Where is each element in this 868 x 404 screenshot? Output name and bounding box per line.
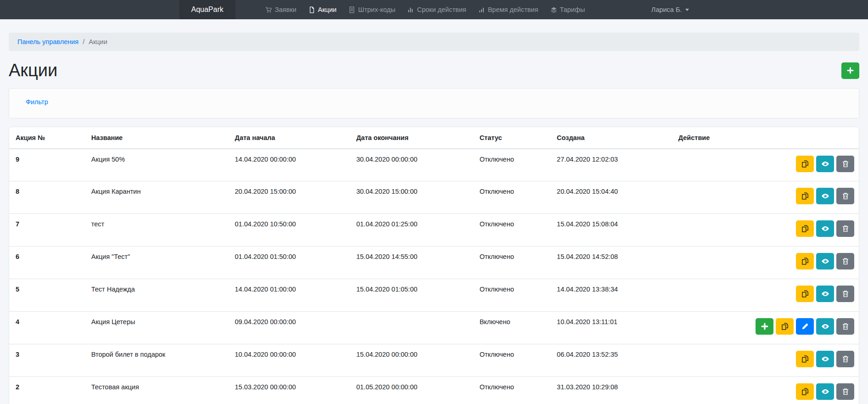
delete-button[interactable] <box>836 253 854 269</box>
top-navbar: AquaPark ЗаявкиАкцииШтрих-кодыСроки дейс… <box>0 0 868 19</box>
cell-number: 2 <box>9 377 85 404</box>
file-icon <box>308 6 315 13</box>
copy-button[interactable] <box>796 351 814 367</box>
cell-created: 15.04.2020 14:52:08 <box>550 247 672 279</box>
edit-button[interactable] <box>796 318 814 335</box>
table-row: 5Тест Надежда14.04.2020 01:00:0015.04.20… <box>9 279 859 312</box>
trash-icon <box>841 290 850 298</box>
table-row: 9Акция 50%14.04.2020 00:00:0030.04.2020 … <box>9 149 859 181</box>
cell-name: Акция "Тест" <box>85 247 229 279</box>
brand-logo[interactable]: AquaPark <box>179 0 235 19</box>
copy-button[interactable] <box>776 318 794 335</box>
cell-created: 14.04.2020 13:38:34 <box>550 279 672 312</box>
cell-created: 10.04.2020 13:11:01 <box>550 312 672 344</box>
nav-item-shtrih-kody[interactable]: Штрих-коды <box>342 0 401 19</box>
column-header: Дата окончания <box>350 127 473 149</box>
cell-status: Отключено <box>473 247 550 279</box>
table-row: 6Акция "Тест"01.04.2020 01:50:0015.04.20… <box>9 247 859 279</box>
cell-created: 27.04.2020 12:02:03 <box>550 149 672 181</box>
view-button[interactable] <box>816 318 834 335</box>
copy-button[interactable] <box>796 220 814 237</box>
view-button[interactable] <box>816 286 834 302</box>
copy-button[interactable] <box>796 188 814 204</box>
cell-end <box>350 312 473 344</box>
copy-button[interactable] <box>796 156 814 172</box>
signal-bars-icon <box>478 6 485 13</box>
nav-item-label: Акции <box>318 6 337 13</box>
delete-button[interactable] <box>836 318 854 335</box>
delete-button[interactable] <box>836 286 854 302</box>
caret-down-icon <box>685 9 689 11</box>
cell-name: тест <box>85 214 229 247</box>
cart-icon <box>265 6 272 13</box>
cell-actions <box>672 312 859 344</box>
cell-number: 3 <box>9 344 85 377</box>
user-name: Лариса Б. <box>651 6 682 13</box>
plus-icon <box>761 322 769 331</box>
column-header: Дата начала <box>229 127 350 149</box>
column-header: Создана <box>550 127 672 149</box>
nav-item-label: Время действия <box>488 6 538 13</box>
promotions-table-card: Акция №НазваниеДата началаДата окончания… <box>9 127 859 404</box>
column-header: Статус <box>473 127 550 149</box>
copy-button[interactable] <box>796 383 814 400</box>
eye-icon <box>821 387 829 396</box>
table-header-row: Акция №НазваниеДата началаДата окончания… <box>9 127 859 149</box>
page-title: Акции <box>9 61 57 80</box>
add-promotion-button[interactable] <box>841 62 859 79</box>
cell-status: Отключено <box>473 377 550 404</box>
copy-button[interactable] <box>796 286 814 302</box>
cell-actions <box>672 279 859 312</box>
trash-icon <box>841 224 850 233</box>
cell-number: 6 <box>9 247 85 279</box>
user-menu[interactable]: Лариса Б. <box>651 0 689 19</box>
eye-icon <box>821 257 829 265</box>
promotions-table-body: 9Акция 50%14.04.2020 00:00:0030.04.2020 … <box>9 149 859 404</box>
delete-button[interactable] <box>836 383 854 400</box>
pencil-icon <box>801 322 809 331</box>
eye-icon <box>821 224 829 233</box>
delete-button[interactable] <box>836 351 854 367</box>
nav-item-label: Тарифы <box>560 6 585 13</box>
view-button[interactable] <box>816 253 834 269</box>
nav-item-tarify[interactable]: Тарифы <box>544 0 591 19</box>
cell-number: 9 <box>9 149 85 181</box>
delete-button[interactable] <box>836 220 854 237</box>
breadcrumb-link-dashboard[interactable]: Панель управления <box>17 38 78 45</box>
cell-start: 09.04.2020 00:00:00 <box>229 312 350 344</box>
cell-status: Отключено <box>473 279 550 312</box>
cell-start: 01.04.2020 10:50:00 <box>229 214 350 247</box>
cell-actions <box>672 247 859 279</box>
nav-item-aktsii[interactable]: Акции <box>302 0 343 19</box>
cell-actions <box>672 344 859 377</box>
cell-start: 20.04.2020 15:00:00 <box>229 181 350 214</box>
trash-icon <box>841 355 850 363</box>
nav-item-sroki-deystviya[interactable]: Сроки действия <box>401 0 472 19</box>
breadcrumb-separator: / <box>83 38 84 45</box>
delete-button[interactable] <box>836 156 854 172</box>
view-button[interactable] <box>816 383 834 400</box>
cell-name: Акция Карантин <box>85 181 229 214</box>
table-row: 3Второй билет в подарок10.04.2020 00:00:… <box>9 344 859 377</box>
eye-icon <box>821 290 829 298</box>
add-button[interactable] <box>756 318 773 335</box>
nav-item-zayavki[interactable]: Заявки <box>259 0 302 19</box>
nav-item-vremya-deystviya[interactable]: Время действия <box>472 0 544 19</box>
view-button[interactable] <box>816 156 834 172</box>
column-header: Акция № <box>9 127 85 149</box>
filter-toggle-link[interactable]: Фильтр <box>26 98 48 106</box>
cell-status: Включено <box>473 312 550 344</box>
cell-start: 10.04.2020 00:00:00 <box>229 344 350 377</box>
view-button[interactable] <box>816 351 834 367</box>
trash-icon <box>841 322 850 331</box>
cell-created: 31.03.2020 10:29:08 <box>550 377 672 404</box>
cell-created: 20.04.2020 15:04:40 <box>550 181 672 214</box>
view-button[interactable] <box>816 220 834 237</box>
cell-actions <box>672 181 859 214</box>
table-row: 8Акция Карантин20.04.2020 15:00:0030.04.… <box>9 181 859 214</box>
cell-number: 8 <box>9 181 85 214</box>
copy-button[interactable] <box>796 253 814 269</box>
nav-items: ЗаявкиАкцииШтрих-кодыСроки действияВремя… <box>259 0 591 19</box>
delete-button[interactable] <box>836 188 854 204</box>
view-button[interactable] <box>816 188 834 204</box>
